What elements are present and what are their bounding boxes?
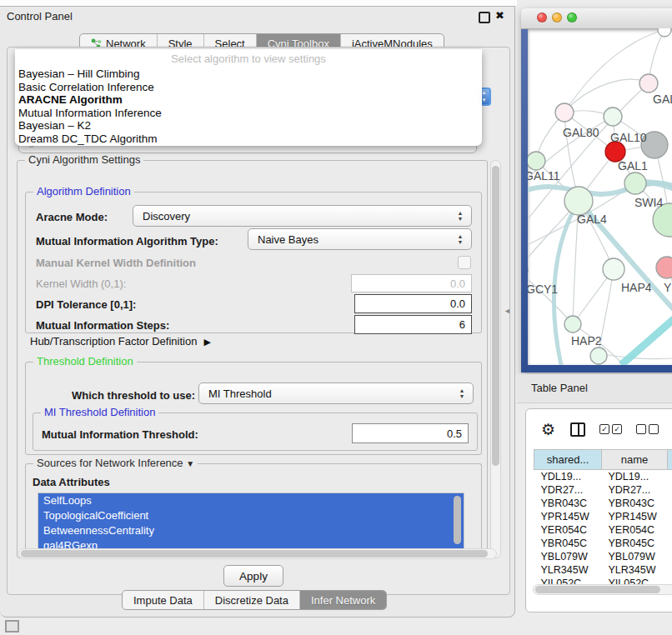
window-minimize-icon[interactable] [552,12,562,22]
table-cell: YER054C [602,523,668,537]
network-node[interactable] [555,103,574,122]
restore-panel-icon[interactable] [5,620,19,632]
hub-definition-toggle[interactable]: Hub/Transcription Factor Definition▶ [30,335,211,348]
table-row[interactable]: YDL19...YDL19...13 [534,470,672,484]
kernel-width-field[interactable]: 0.0 [351,274,472,292]
which-threshold-combo[interactable]: MI Threshold ▲▼ [198,382,474,404]
tab-impute-data[interactable]: Impute Data [123,591,204,609]
network-node[interactable] [528,152,545,170]
network-node[interactable] [656,257,672,278]
select-all-icon[interactable]: ✓ ✓ [599,424,622,434]
attribute-list-item[interactable]: SelfLoops [38,493,464,508]
mi-steps-value: 6 [459,318,465,331]
cyni-bottom-tabs: Impute DataDiscretize DataInfer Network [122,590,387,610]
table-row[interactable]: YPR145WYPR145W9. [534,510,672,523]
node-label: GAL [653,92,672,106]
checked-box-icon: ✓ [599,424,609,434]
mi-threshold-label: Mutual Information Threshold: [42,428,198,441]
dropdown-item[interactable]: Bayesian – K2 [15,119,482,132]
tab-infer-network[interactable]: Infer Network [300,591,386,609]
dropdown-item[interactable]: Basic Correlation Inference [15,81,482,94]
table-row[interactable]: YLR345WYLR345W9. [534,563,672,577]
gear-icon[interactable]: ⚙ [541,420,555,439]
node-label: HAP4 [621,281,652,294]
settings-hscrollbar[interactable] [18,548,497,559]
dropdown-item[interactable]: ARACNE Algorithm [15,93,482,107]
network-node[interactable] [639,74,658,92]
sources-title-text: Sources for Network Inference [37,457,183,469]
close-panel-icon[interactable]: ✖ [495,9,504,22]
node-label: GAL1 [618,159,648,172]
node-label: GAL4 [577,212,607,226]
network-edge[interactable] [528,270,573,324]
node-label: Y [664,281,672,294]
network-window-titlebar[interactable] [521,8,672,29]
manual-kernel-checkbox[interactable] [458,256,471,269]
settings-hscrollbar-thumb[interactable] [21,550,488,558]
attribute-list-item[interactable]: TopologicalCoefficient [38,508,464,523]
deselect-all-icon[interactable] [636,424,659,434]
mi-type-combo[interactable]: Naive Bayes ▲▼ [248,228,472,250]
dpi-tolerance-field[interactable]: 0.0 [354,294,472,313]
table-cell: YLR345W [602,563,668,577]
network-node[interactable] [564,316,581,332]
network-window: GALGAL80GAL10GAL1GAL11SWI4GAL4GCY1HAP4YH… [521,8,672,372]
float-panel-icon[interactable] [479,12,490,23]
table-row[interactable]: YDR27...YDR27...12 [534,483,672,497]
table-row[interactable]: YBL079WYBL079W [534,550,672,563]
network-edge[interactable] [564,30,664,112]
network-node[interactable] [658,28,671,37]
data-attributes-list[interactable]: SelfLoopsTopologicalCoefficientBetweenne… [38,492,464,554]
attribute-list-item[interactable]: BetweennessCentrality [38,523,464,538]
dropdown-item[interactable]: Mutual Information Inference [15,107,482,120]
column-header[interactable]: shared... [534,450,602,470]
sources-group-title[interactable]: Sources for Network Inference ▼ [33,457,198,469]
aracne-mode-combo[interactable]: Discovery ▲▼ [133,205,472,227]
network-edge[interactable] [621,308,672,365]
data-attributes-label: Data Attributes [33,476,110,488]
network-edge[interactable] [564,79,649,112]
apply-button[interactable]: Apply [223,565,283,587]
table-hscrollbar[interactable] [533,584,672,595]
splitter-collapse-icon[interactable]: ◄ [504,307,511,315]
network-node[interactable] [604,108,622,126]
algorithm-definition-group: Algorithm Definition Aracne Mode: Discov… [25,192,482,333]
tab-discretize-data[interactable]: Discretize Data [204,591,300,609]
cyni-settings-title: Cyni Algorithm Settings [25,153,143,166]
network-node[interactable] [603,258,624,280]
split-columns-icon[interactable] [570,422,585,437]
mi-type-label: Mutual Information Algorithm Type: [36,235,218,248]
combo-spinner-icon: ▲▼ [454,388,473,399]
dropdown-item[interactable]: Dream8 DC_TDC Algorithm [15,132,482,146]
table-cell [668,550,672,563]
table-hscrollbar-thumb[interactable] [535,586,660,593]
threshold-definition-group: Threshold Definition Which threshold to … [25,362,482,455]
network-node[interactable] [624,172,646,194]
table-row[interactable]: YBR045CYBR045C9. [534,537,672,550]
table-row[interactable]: YBR043CYBR043C [534,497,672,510]
attributes-list-scrollbar-thumb[interactable] [454,496,461,544]
table-cell: 13 [668,470,672,484]
table-row[interactable]: YER054CYER054C8. [534,523,672,537]
window-close-icon[interactable] [537,12,547,22]
mi-threshold-value: 0.5 [447,428,462,440]
settings-scrollbar[interactable] [490,160,501,558]
node-label: GAL80 [563,126,599,139]
column-header[interactable] [668,450,672,470]
table-panel-title: Table Panel [531,382,588,394]
node-label: GAL10 [610,131,647,144]
settings-scrollbar-thumb[interactable] [492,166,499,466]
mi-steps-label: Mutual Information Steps: [36,319,169,332]
node-table[interactable]: shared...name YDL19...YDL19...13YDR27...… [534,449,672,590]
manual-kernel-label: Manual Kernel Width Definition [36,257,196,269]
mi-steps-field[interactable]: 6 [354,315,472,334]
unchecked-box-icon [636,424,646,434]
column-header[interactable]: name [602,450,668,470]
mi-threshold-field[interactable]: 0.5 [352,423,469,443]
dropdown-item[interactable]: Bayesian – Hill Climbing [15,68,482,81]
network-node[interactable] [564,187,593,215]
network-canvas[interactable]: GALGAL80GAL10GAL1GAL11SWI4GAL4GCY1HAP4YH… [528,28,672,365]
table-cell: 8. [668,523,672,537]
network-node[interactable] [590,348,607,364]
window-zoom-icon[interactable] [567,12,577,22]
